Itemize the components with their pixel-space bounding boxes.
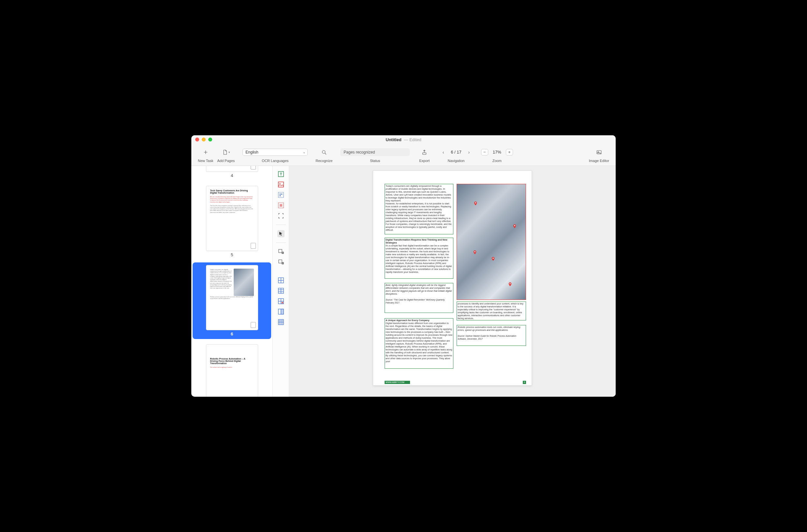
prev-page-button[interactable]: ‹ [439,148,447,156]
recognize-group: Recognize [315,144,332,166]
text-block-footer-url[interactable]: WWW.ABBYY.COM [385,381,410,384]
thumbnail-page-5[interactable]: Tech Savvy Customers Are Driving Digital… [193,183,271,260]
picture-block[interactable] [457,184,526,300]
svg-rect-14 [280,195,281,196]
add-pages-label: Add Pages [217,159,235,163]
thumbnail-page-4[interactable]: 4 [193,166,271,180]
text-block[interactable]: processes to identify and understand you… [457,302,526,320]
toolbar: New Task ▾ Add Pages English⌄ OCR Langua… [191,144,616,166]
footer-page-num: 6 [524,381,525,384]
block-text: Digital transformation looks different f… [386,322,453,363]
text-block[interactable]: Robotic process automation tools cut cos… [457,325,526,346]
tool-separator [276,243,286,243]
text-block[interactable]: Digital Transformation Requires New Thin… [385,238,454,279]
thumb-image [234,269,254,296]
remove-area-tool[interactable] [277,259,285,266]
svg-rect-21 [279,260,282,263]
page-view[interactable]: Today's consumers are digitally empowere… [373,170,532,386]
status-text: Pages recognized [344,150,375,154]
page-thumbnails-sidebar[interactable]: 4 Tech Savvy Customers Are Driving Digit… [191,166,273,397]
thumb-side-text: Robotic process automation tools cut cos… [210,296,254,299]
document-canvas[interactable]: Today's consumers are digitally empowere… [289,166,616,397]
picture-block-tool[interactable] [277,181,285,188]
svg-rect-11 [278,192,284,197]
add-pages-group: ▾ Add Pages [217,144,235,166]
recognize-label: Recognize [315,159,332,163]
thumb-grey-text: This has left many companies striving to… [210,205,254,213]
table-layout-tool[interactable] [277,319,285,326]
barcode-block-tool[interactable] [277,191,285,198]
svg-point-2 [322,150,325,153]
navigation-label: Navigation [447,159,464,163]
image-editor-group: Image Editor [589,144,609,166]
ocr-languages-group: English⌄ OCR Languages [243,144,308,166]
new-task-button[interactable] [199,148,212,157]
footer-url: WWW.ABBYY.COM [386,381,404,384]
add-pages-button[interactable]: ▾ [219,148,233,157]
recognize-button[interactable] [317,148,331,157]
svg-rect-9 [278,182,284,187]
recognize-area-tool[interactable] [277,212,285,220]
document-title: Untitled [386,137,401,142]
next-page-button[interactable]: › [465,148,473,156]
thumbnail-number: 4 [231,173,233,178]
table-delete-tool[interactable] [277,298,285,305]
svg-rect-4 [423,153,426,154]
chevron-down-icon: ▾ [229,151,230,154]
thumbnail-page-7[interactable]: Robotic Process Automation – A Driving F… [193,342,271,397]
navigation-group: ‹ 6 / 17 › Navigation [439,144,473,166]
svg-point-48 [510,283,511,285]
background-block-tool[interactable] [277,202,285,209]
thumb-title: Tech Savvy Customers Are Driving Digital… [210,189,254,194]
svg-rect-13 [281,194,282,195]
text-block[interactable]: A Unique Approach for Every CompanyDigit… [385,318,454,369]
new-task-group: New Task [198,144,213,166]
chevron-down-icon: ⌄ [303,150,305,154]
thumbnail-page-6[interactable]: Today's consumers are digitally empowere… [193,262,271,339]
window-title: Untitled — Edited [386,137,421,142]
document-edited-label: — Edited [404,137,421,142]
block-heading: A Unique Approach for Every Company [386,319,429,322]
export-button[interactable] [418,148,431,157]
text-block-footer-page[interactable]: 6 [523,381,526,384]
svg-rect-17 [279,249,282,253]
add-area-tool[interactable] [277,248,285,255]
zoom-in-button[interactable]: + [506,149,513,155]
block-text: It's a simple fact that digital transfor… [386,244,452,273]
svg-text:T: T [280,172,282,176]
text-block[interactable]: Bold, tightly integrated digital strateg… [385,283,454,313]
zoom-out-button[interactable]: − [481,149,488,155]
close-window-button[interactable] [195,137,199,141]
tool-separator [276,225,286,225]
export-label: Export [419,159,429,163]
pointer-tool[interactable] [277,230,285,237]
block-quote: Bold, tightly integrated digital strateg… [386,284,452,295]
image-editor-button[interactable] [592,148,606,157]
table-merge-tool[interactable] [277,308,285,315]
svg-rect-16 [280,204,282,207]
minimize-window-button[interactable] [202,137,206,141]
block-source: Source: Gartner Market Guide for Robotic… [458,335,516,340]
language-select[interactable]: English⌄ [243,149,308,156]
block-text: processes to identify and understand you… [458,302,523,320]
svg-point-45 [514,225,515,227]
language-value: English [246,150,258,154]
export-group: Export [418,144,431,166]
block-text: Today's consumers are digitally empowere… [386,185,453,231]
fullscreen-window-button[interactable] [208,137,212,141]
main-body: 4 Tech Savvy Customers Are Driving Digit… [191,166,616,397]
thumbnail-number: 6 [231,331,233,337]
zoom-label: Zoom [493,159,502,163]
table-tool[interactable] [277,277,285,284]
page-count: 6 / 17 [449,150,463,154]
zoom-value: 17% [490,150,504,154]
table-split-tool[interactable] [277,287,285,294]
area-tools-column: T [273,166,289,397]
svg-point-10 [279,183,280,184]
page-type-icon [251,166,256,170]
status-label: Status [370,159,380,163]
text-block[interactable]: Today's consumers are digitally empowere… [385,184,454,234]
text-block-tool[interactable]: T [277,170,285,178]
page-type-icon [251,243,256,249]
status-group: Pages recognized Status [340,144,410,166]
